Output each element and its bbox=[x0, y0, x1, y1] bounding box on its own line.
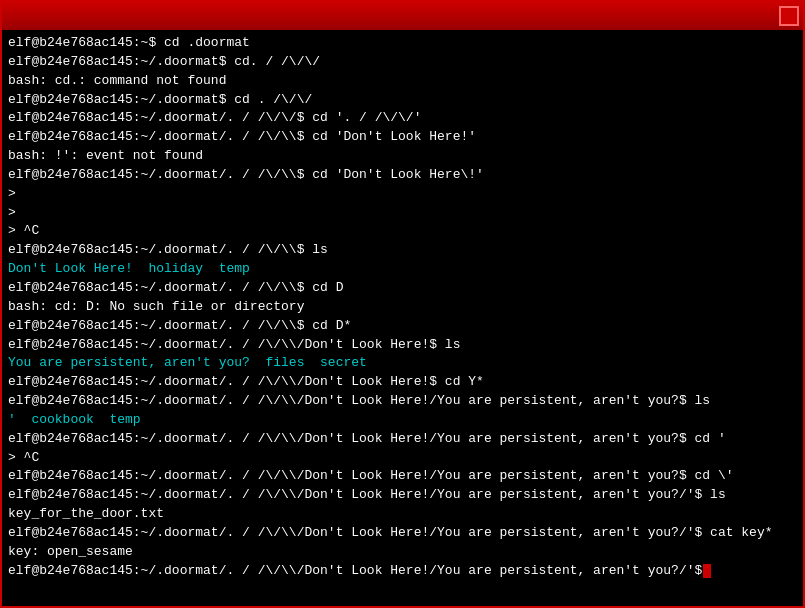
terminal-line: elf@b24e768ac145:~/.doormat/. / /\/\\/Do… bbox=[8, 336, 797, 355]
terminal-line: elf@b24e768ac145:~/.doormat/. / /\/\\$ c… bbox=[8, 279, 797, 298]
terminal-line: elf@b24e768ac145:~/.doormat$ cd. / /\/\/ bbox=[8, 53, 797, 72]
terminal-line: elf@b24e768ac145:~/.doormat/. / /\/\\/Do… bbox=[8, 373, 797, 392]
terminal-line: > bbox=[8, 204, 797, 223]
terminal-line: You are persistent, aren't you? files se… bbox=[8, 354, 797, 373]
terminal-body[interactable]: elf@b24e768ac145:~$ cd .doormatelf@b24e7… bbox=[2, 30, 803, 606]
terminal-window: elf@b24e768ac145:~$ cd .doormatelf@b24e7… bbox=[0, 0, 805, 608]
terminal-line: bash: cd: D: No such file or directory bbox=[8, 298, 797, 317]
terminal-line: elf@b24e768ac145:~/.doormat/. / /\/\\/Do… bbox=[8, 562, 797, 581]
terminal-line: elf@b24e768ac145:~$ cd .doormat bbox=[8, 34, 797, 53]
titlebar bbox=[2, 2, 803, 30]
terminal-line: key_for_the_door.txt bbox=[8, 505, 797, 524]
close-button[interactable] bbox=[779, 6, 799, 26]
terminal-line: elf@b24e768ac145:~/.doormat/. / /\/\\/Do… bbox=[8, 486, 797, 505]
terminal-line: bash: !': event not found bbox=[8, 147, 797, 166]
terminal-line: elf@b24e768ac145:~/.doormat$ cd . /\/\/ bbox=[8, 91, 797, 110]
terminal-line: elf@b24e768ac145:~/.doormat/. / /\/\\$ c… bbox=[8, 166, 797, 185]
terminal-line: > ^C bbox=[8, 449, 797, 468]
terminal-line: elf@b24e768ac145:~/.doormat/. / /\/\\/Do… bbox=[8, 467, 797, 486]
terminal-line: elf@b24e768ac145:~/.doormat/. / /\/\\$ c… bbox=[8, 128, 797, 147]
terminal-line: elf@b24e768ac145:~/.doormat/. / /\/\\$ l… bbox=[8, 241, 797, 260]
terminal-line: elf@b24e768ac145:~/.doormat/. / /\/\\/Do… bbox=[8, 392, 797, 411]
terminal-line: ' cookbook temp bbox=[8, 411, 797, 430]
terminal-line: > bbox=[8, 185, 797, 204]
terminal-line: elf@b24e768ac145:~/.doormat/. / /\/\\$ c… bbox=[8, 317, 797, 336]
terminal-line: > ^C bbox=[8, 222, 797, 241]
cursor bbox=[703, 564, 711, 578]
terminal-line: elf@b24e768ac145:~/.doormat/. / /\/\/$ c… bbox=[8, 109, 797, 128]
terminal-line: key: open_sesame bbox=[8, 543, 797, 562]
terminal-line: elf@b24e768ac145:~/.doormat/. / /\/\\/Do… bbox=[8, 430, 797, 449]
terminal-line: elf@b24e768ac145:~/.doormat/. / /\/\\/Do… bbox=[8, 524, 797, 543]
terminal-line: bash: cd.: command not found bbox=[8, 72, 797, 91]
terminal-line: Don't Look Here! holiday temp bbox=[8, 260, 797, 279]
